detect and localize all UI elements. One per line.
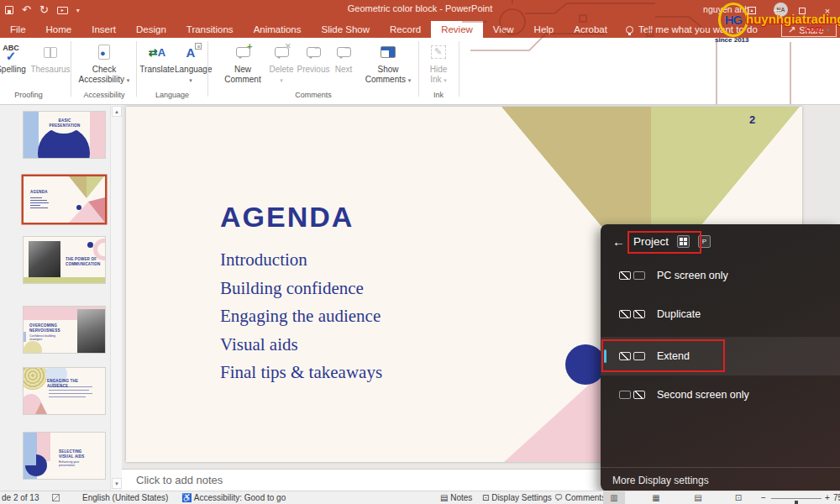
second-screen-only-icon xyxy=(619,391,645,399)
zoom-slider-thumb[interactable] xyxy=(795,501,798,504)
slideshow-view-button[interactable]: ⊡ xyxy=(727,491,749,504)
previous-comment-button[interactable]: ← Previous xyxy=(296,41,331,75)
language-status[interactable]: English (United States) xyxy=(82,493,168,502)
tab-record[interactable]: Record xyxy=(380,21,431,38)
thumbnail-photo xyxy=(77,309,105,353)
next-comment-icon: → xyxy=(337,47,351,57)
share-icon: ↗ xyxy=(788,24,795,35)
new-comment-icon: + xyxy=(236,47,250,57)
pc-screen-only-icon xyxy=(619,271,645,280)
p-key-icon: P xyxy=(698,235,711,248)
comments-toggle[interactable]: 🗩 Comments xyxy=(554,493,606,502)
hide-ink-icon xyxy=(431,45,446,59)
thumbnail-slide-5[interactable]: ENGAGING THE AUDIENCE xyxy=(24,368,105,414)
notes-icon: ▤ xyxy=(440,493,448,502)
extend-icon xyxy=(619,352,645,360)
new-comment-button[interactable]: + New Comment xyxy=(218,41,267,85)
thumbnail-scrollbar[interactable]: ▲ ▼ xyxy=(110,105,122,491)
minimize-button[interactable] xyxy=(764,0,790,21)
thumbnail-slide-3[interactable]: THE POWER OF COMMUNICATION xyxy=(24,237,105,283)
spellcheck-status-icon[interactable] xyxy=(52,493,60,502)
delete-comment-button[interactable]: ✕ Delete ▾ xyxy=(265,41,298,86)
blue-circle-shape xyxy=(565,344,606,385)
language-button[interactable]: Aa Language ▾ xyxy=(175,41,207,86)
slide-indicator: de 2 of 13 xyxy=(2,493,39,502)
zoom-in-button[interactable]: + xyxy=(825,493,830,502)
close-button[interactable]: × xyxy=(815,0,840,21)
title-bar: ↶ ↻ ▸ ▾ Geometric color block - PowerPoi… xyxy=(0,0,840,21)
hide-ink-button[interactable]: Hide Ink ▾ xyxy=(421,41,456,86)
thumbnail-slide-2[interactable]: AGENDA xyxy=(24,176,105,223)
scroll-down-icon[interactable]: ▼ xyxy=(112,478,122,489)
agenda-item: Introduction xyxy=(220,246,382,275)
project-option-pc-screen-only[interactable]: PC screen only xyxy=(601,256,840,295)
translate-icon: ⇄A xyxy=(149,46,165,59)
zoom-level[interactable]: 75% xyxy=(833,493,840,502)
share-button[interactable]: ↗ Share ▾ xyxy=(781,23,837,37)
thumbnail-slide-1[interactable]: BASIC PRESENTATION xyxy=(24,112,105,158)
windows-key-icon xyxy=(677,235,690,248)
group-accessibility: Accessibility xyxy=(72,91,136,99)
notes-toggle[interactable]: ▤ Notes xyxy=(440,493,472,502)
tab-design[interactable]: Design xyxy=(126,21,176,38)
thesaurus-icon xyxy=(44,47,57,58)
agenda-item: Engaging the audience xyxy=(220,302,382,331)
tab-transitions[interactable]: Transitions xyxy=(176,21,244,38)
normal-view-button[interactable]: ▥ xyxy=(603,491,625,504)
window-controls: ▴ × xyxy=(739,0,840,21)
group-language: Language xyxy=(138,91,207,99)
zoom-slider[interactable] xyxy=(771,498,822,499)
tab-acrobat[interactable]: Acrobat xyxy=(564,21,617,38)
ribbon-display-options-button[interactable]: ▴ xyxy=(739,0,764,21)
more-display-settings-link[interactable]: More Display settings xyxy=(612,475,709,486)
status-bar: de 2 of 13 English (United States) ♿ Acc… xyxy=(0,491,840,504)
tab-review[interactable]: Review xyxy=(431,21,483,38)
thumbnail-slide-6[interactable]: SELECTING VISUAL AIDS Enhancing your pre… xyxy=(24,433,105,479)
ribbon-tabs: File Home Insert Design Transitions Anim… xyxy=(0,21,840,38)
group-proofing: Proofing xyxy=(0,91,69,99)
tab-slide-show[interactable]: Slide Show xyxy=(312,21,381,38)
ribbon: ABC✓ Spelling Thesaurus Proofing Check A… xyxy=(0,38,840,105)
tab-file[interactable]: File xyxy=(0,21,36,38)
back-icon[interactable]: ← xyxy=(612,234,625,249)
project-flyout-header: ← Project P xyxy=(612,234,711,249)
translate-button[interactable]: ⇄A Translate xyxy=(139,41,175,75)
notes-placeholder: Click to add notes xyxy=(136,474,223,486)
show-comments-button[interactable]: Show Comments ▾ xyxy=(361,41,415,86)
thesaurus-button[interactable]: Thesaurus xyxy=(30,41,71,75)
thumbnail-slide-4[interactable]: OVERCOMING NERVOUSNESS Confidence-buildi… xyxy=(24,307,105,353)
slide-title[interactable]: AGENDA xyxy=(220,201,354,234)
slide-agenda-list[interactable]: Introduction Building confidence Engagin… xyxy=(220,246,382,387)
agenda-item: Final tips & takeaways xyxy=(220,359,382,387)
project-flyout: ← Project P PC screen only Duplicate Ext… xyxy=(601,224,840,491)
scroll-up-icon[interactable]: ▲ xyxy=(112,106,122,117)
display-settings-toggle[interactable]: ⊡ Display Settings xyxy=(482,493,552,502)
project-option-second-screen-only[interactable]: Second screen only xyxy=(601,375,840,414)
project-option-duplicate[interactable]: Duplicate xyxy=(601,295,840,333)
agenda-item: Building confidence xyxy=(220,275,382,303)
check-accessibility-button[interactable]: Check Accessibility ▾ xyxy=(76,41,133,86)
tab-help[interactable]: Help xyxy=(524,21,564,38)
spelling-button[interactable]: ABC✓ Spelling xyxy=(0,41,34,75)
duplicate-icon xyxy=(619,310,645,318)
zoom-out-button[interactable]: − xyxy=(761,493,766,502)
language-icon: Aa xyxy=(186,45,196,60)
project-option-extend[interactable]: Extend xyxy=(601,337,840,375)
tab-home[interactable]: Home xyxy=(36,21,82,38)
tell-me-box[interactable]: Tell me what you want to do xyxy=(617,21,766,38)
next-comment-button[interactable]: → Next xyxy=(329,41,358,75)
tab-view[interactable]: View xyxy=(483,21,524,38)
tab-animations[interactable]: Animations xyxy=(244,21,312,38)
accessibility-icon xyxy=(98,45,110,60)
slide-thumbnail-panel: BASIC PRESENTATION AGENDA THE POWER OF C… xyxy=(0,105,110,491)
selected-accent-bar xyxy=(604,349,606,363)
accessibility-status[interactable]: ♿ Accessibility: Good to go xyxy=(181,493,286,502)
maximize-button[interactable] xyxy=(790,0,815,21)
slide-sorter-view-button[interactable]: ▦ xyxy=(645,491,667,504)
reading-view-button[interactable]: ▤ xyxy=(687,491,709,504)
delete-comment-icon: ✕ xyxy=(275,47,289,57)
accessibility-status-icon: ♿ xyxy=(181,493,192,502)
tab-insert[interactable]: Insert xyxy=(81,21,126,38)
slide-page-number: 2 xyxy=(749,113,755,126)
previous-comment-icon: ← xyxy=(307,47,321,57)
